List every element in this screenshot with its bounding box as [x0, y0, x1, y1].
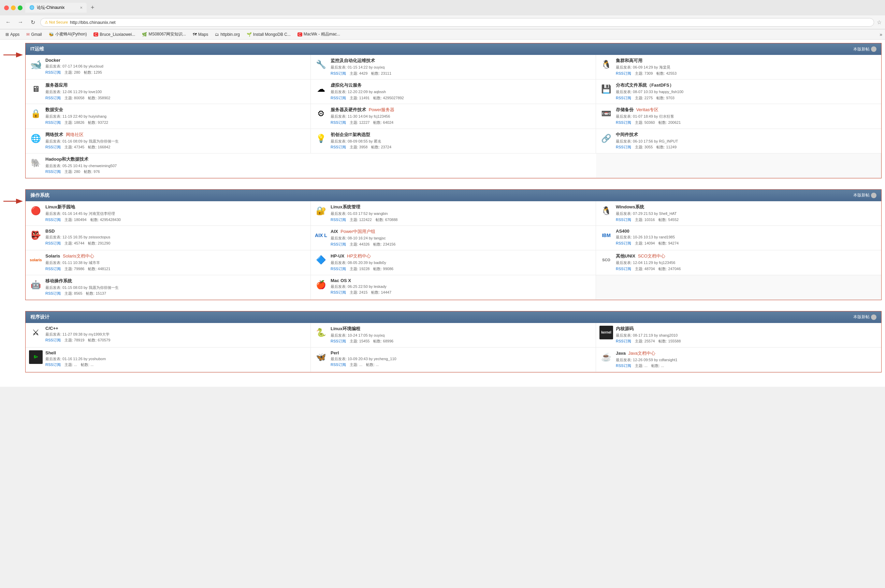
docker-icon: 🐋	[29, 58, 43, 71]
macwk-icon: C	[297, 32, 302, 36]
cloud-meta: 最后发表: 12-20 22:09 by aqbssh RSS订阅 主题: 11…	[331, 89, 592, 101]
tab-close-icon[interactable]: ✕	[80, 6, 82, 9]
active-tab[interactable]: 🌐 论坛-Chinaunix ✕	[25, 3, 87, 13]
bsd-meta: 最后发表: 12-15 16:35 by zeissoctopus RSS订阅 …	[45, 234, 307, 246]
forum-aix[interactable]: AIX L AIX Power中国用户组 最后发表: 08-10 16:24 b…	[311, 226, 596, 250]
new-post-label: 本版新帖	[853, 46, 870, 52]
as400-meta: 最后发表: 10-26 10:13 by rand1985 RSS订阅 主题: …	[616, 234, 878, 246]
middleware-info: 中间件技术 最后发表: 06-10 17:56 by RG_INPUT RSS订…	[616, 132, 878, 150]
forum-hadoop[interactable]: 🐘 Hadoop和大数据技术 最后发表: 05-25 10:41 by chen…	[26, 153, 596, 178]
perl-title: Perl	[331, 350, 592, 356]
os-new-post-circle-icon	[871, 193, 876, 198]
forum-cpp[interactable]: ⚔ C/C++ 最后发表: 11-27 09:38 by my1999大学 RS…	[26, 323, 311, 348]
bookmark-gmail[interactable]: ✉ Gmail	[24, 32, 44, 38]
bookmark-ms-label: MS08067网安知识...	[148, 32, 186, 37]
new-post-circle-icon	[871, 46, 876, 52]
forum-linux-newbie[interactable]: 🔴 Linux新手园地 最后发表: 01-16 14:45 by 河南宽信李经理…	[26, 201, 311, 226]
hadoop-info: Hadoop和大数据技术 最后发表: 05-25 10:41 by chenwe…	[45, 156, 592, 175]
as400-info: AS400 最后发表: 10-26 10:13 by rand1985 RSS订…	[616, 228, 878, 246]
linux-newbie-title: Linux新手园地	[45, 204, 307, 210]
address-bar[interactable]: ⚠ Not Secure http://bbs.chinaunix.net	[40, 18, 874, 27]
prog-title: 程序设计	[30, 314, 50, 320]
perl-info: Perl 最后发表: 10-09 20:43 by yecheng_110 RS…	[331, 350, 592, 368]
forum-macos[interactable]: 🍎 Mac OS X 最后发表: 06-25 22:50 by leskady …	[311, 275, 596, 300]
tab-title: 论坛-Chinaunix	[37, 5, 78, 10]
windows-icon: 🐧	[600, 204, 613, 218]
forum-windows[interactable]: 🐧 Windows系统 最后发表: 07-29 21:53 by Shell_H…	[596, 201, 881, 226]
maximize-button[interactable]	[18, 6, 22, 10]
forum-docker[interactable]: 🐋 Docker 最后发表: 07-17 14:06 by ykucloud R…	[26, 55, 311, 80]
forum-cluster[interactable]: 🐧 集群和高可用 最后发表: 06-09 14:29 by 海棠晃 RSS订阅 …	[596, 55, 881, 80]
bookmark-maps[interactable]: 🗺 Maps	[190, 32, 211, 38]
solaris-icon: solaris	[29, 253, 43, 267]
linux-admin-meta: 最后发表: 01-03 17:52 by wangbin RSS订阅 主题: 1…	[331, 211, 592, 223]
solaris-info: Solaris Solaris文档中心 最后发表: 01-11 10:38 by…	[45, 253, 307, 272]
ms-icon: 🌿	[142, 32, 147, 37]
forum-java[interactable]: ☕ Java Java文档中心 最后发表: 12-26 09:59 by cdf…	[596, 348, 881, 372]
hardware-meta: 最后发表: 11-30 14:04 by fcj123456 RSS订阅 主题:…	[331, 114, 592, 126]
kernel-info: 内核源码 最后发表: 08-17 21:19 by shang2010 RSS订…	[616, 326, 878, 345]
middleware-title: 中间件技术	[616, 132, 878, 138]
network-title: 网络技术 网络社区	[45, 132, 307, 138]
solaris-doc-label: Solaris文档中心	[63, 254, 94, 258]
back-button[interactable]: ←	[3, 17, 13, 27]
forum-other-unix[interactable]: SCO 其他UNIX SCO文档中心 最后发表: 12-04 11:29 by …	[596, 250, 881, 275]
linux-prog-icon: 🐍	[314, 326, 328, 339]
bookmark-apps[interactable]: ⊞ Apps	[3, 32, 22, 38]
forum-kernel[interactable]: kernel 内核源码 最后发表: 08-17 21:19 by shang20…	[596, 323, 881, 348]
storage-meta: 最后发表: 01-07 18:49 by 衍水狂客 RSS订阅 主题: 5036…	[616, 114, 878, 126]
java-info: Java Java文档中心 最后发表: 12-26 09:59 by cdfar…	[616, 350, 878, 369]
cluster-info: 集群和高可用 最后发表: 06-09 14:29 by 海棠晃 RSS订阅 主题…	[616, 58, 878, 76]
close-button[interactable]	[4, 6, 9, 10]
macos-info: Mac OS X 最后发表: 06-25 22:50 by leskady RS…	[331, 278, 592, 296]
forum-solaris[interactable]: solaris Solaris Solaris文档中心 最后发表: 01-11 …	[26, 250, 311, 275]
as400-title: AS400	[616, 228, 878, 234]
forum-linux-admin[interactable]: 🔐 Linux系统管理 最后发表: 01-03 17:52 by wangbin…	[311, 201, 596, 226]
datasec-icon: 🔒	[29, 107, 43, 120]
prog-grid: ⚔ C/C++ 最后发表: 11-27 09:38 by my1999大学 RS…	[26, 323, 881, 372]
cloud-info: 虚拟化与云服务 最后发表: 12-20 22:09 by aqbssh RSS订…	[331, 82, 592, 101]
fastdfs-meta: 最后发表: 08-07 10:33 by happy_fish100 RSS订阅…	[616, 89, 878, 101]
shell-info: Shell 最后发表: 01-16 11:26 by yoshubom RSS订…	[45, 350, 307, 368]
middleware-meta: 最后发表: 06-10 17:56 by RG_INPUT RSS订阅 主题: …	[616, 138, 878, 150]
forum-monitoring[interactable]: 🔧 监控及自动化运维技术 最后发表: 01-15 14:22 by ouyixq…	[311, 55, 596, 80]
forum-startup[interactable]: 💡 初创企业IT架构选型 最后发表: 08-09 08:55 by 匿名 RSS…	[311, 129, 596, 153]
forum-as400[interactable]: IBM AS400 最后发表: 10-26 10:13 by rand1985 …	[596, 226, 881, 250]
veritas-label: Veritas专区	[636, 107, 659, 112]
bookmark-mongo[interactable]: 🌱 Install MongoDB C...	[244, 32, 293, 38]
hp-doc-label: HP文档中心	[347, 254, 371, 258]
reload-button[interactable]: ↻	[28, 17, 38, 27]
forum-cloud[interactable]: ☁ 虚拟化与云服务 最后发表: 12-20 22:09 by aqbssh RS…	[311, 80, 596, 104]
forum-hardware[interactable]: ⚙ 服务器及硬件技术 Power服务器 最后发表: 11-30 14:04 by…	[311, 104, 596, 129]
bookmark-httpbin-label: httpbin.org	[220, 32, 240, 37]
forum-datasec[interactable]: 🔒 数据安全 最后发表: 11-19 22:40 by huiyishang R…	[26, 104, 311, 129]
bookmarks-more-button[interactable]: »	[879, 32, 882, 37]
server-apps-title: 服务器应用	[45, 82, 307, 88]
forum-middleware[interactable]: 🔗 中间件技术 最后发表: 06-10 17:56 by RG_INPUT RS…	[596, 129, 881, 153]
bookmark-macwk[interactable]: C MacWk - 精品mac...	[295, 31, 343, 38]
bookmark-star-button[interactable]: ☆	[877, 19, 882, 26]
forum-storage[interactable]: 📼 存储备份 Veritas专区 最后发表: 01-07 18:49 by 衍水…	[596, 104, 881, 129]
forum-network[interactable]: 🌐 网络技术 网络社区 最后发表: 01-16 08:09 by 我愿为你徘徊一…	[26, 129, 311, 153]
forum-linux-prog[interactable]: 🐍 Linux环境编程 最后发表: 10-24 17:05 by ouyixq …	[311, 323, 596, 348]
bookmark-bruce[interactable]: C Bruce_Liuxiaowei...	[91, 32, 138, 38]
forum-fastdfs[interactable]: 💾 分布式文件系统（FastDFS） 最后发表: 08-07 10:33 by …	[596, 80, 881, 104]
new-tab-button[interactable]: +	[91, 4, 94, 11]
forum-bsd[interactable]: 👺 BSD 最后发表: 12-15 16:35 by zeissoctopus …	[26, 226, 311, 250]
network-info: 网络技术 网络社区 最后发表: 01-16 08:09 by 我愿为你徘徊一生 …	[45, 132, 307, 150]
minimize-button[interactable]	[11, 6, 16, 10]
bookmark-bee[interactable]: 🐝 小蜜蜂AI(Python)	[46, 31, 90, 38]
forum-server-apps[interactable]: 🖥 服务器应用 最后发表: 12-06 11:29 by love100 RSS…	[26, 80, 311, 104]
forum-shell[interactable]: $> Shell 最后发表: 01-16 11:26 by yoshubom R…	[26, 348, 311, 372]
forward-button[interactable]: →	[16, 17, 25, 27]
bookmark-ms[interactable]: 🌿 MS08067网安知识...	[139, 31, 188, 38]
forum-perl[interactable]: 🦋 Perl 最后发表: 10-09 20:43 by yecheng_110 …	[311, 348, 596, 372]
cluster-title: 集群和高可用	[616, 58, 878, 64]
forum-mobile-os[interactable]: 🤖 移动操作系统 最后发表: 01-15 08:03 by 我愿为你徘徊一生 R…	[26, 275, 311, 300]
bookmark-httpbin[interactable]: 🗂 httpbin.org	[212, 32, 243, 38]
forum-hpux[interactable]: 🔷 HP-UX HP文档中心 最后发表: 08-05 20:39 by badb…	[311, 250, 596, 275]
prog-section-wrapper: 程序设计 本版新帖 ⚔ C/C++ 最后发表: 11-27 09:38 by m…	[3, 311, 882, 378]
hadoop-title: Hadoop和大数据技术	[45, 156, 592, 162]
datasec-meta: 最后发表: 11-19 22:40 by huiyishang RSS订阅 主题…	[45, 114, 307, 126]
macos-meta: 最后发表: 06-25 22:50 by leskady RSS订阅 主题: 2…	[331, 284, 592, 296]
